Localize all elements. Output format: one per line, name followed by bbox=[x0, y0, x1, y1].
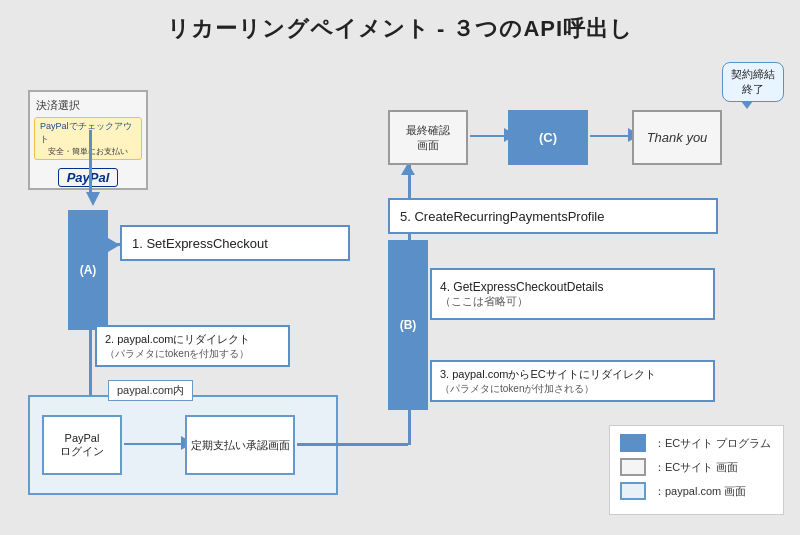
speech-bubble: 契約締結 終了 bbox=[722, 62, 784, 102]
connector-login-approval bbox=[124, 443, 184, 445]
speech-bubble-line2: 終了 bbox=[742, 83, 764, 95]
step1-box: 1. SetExpressCheckout bbox=[120, 225, 350, 261]
connector-payment-to-a bbox=[89, 130, 92, 192]
arrow-payment-to-a bbox=[86, 192, 100, 206]
step4-line1: 4. GetExpressCheckoutDetails bbox=[440, 280, 603, 294]
connector-c-ty bbox=[590, 135, 630, 137]
step2-line1: 2. paypal.comにリダイレクト bbox=[105, 332, 250, 347]
block-a: (A) bbox=[68, 210, 108, 330]
connector-fc-c bbox=[470, 135, 506, 137]
connector-a-bottom bbox=[89, 328, 92, 396]
legend-box: ：ECサイト プログラム ：ECサイト 画面 ：paypal.com 画面 bbox=[609, 425, 784, 515]
final-confirm-label: 最終確認 画面 bbox=[406, 123, 450, 153]
speech-bubble-line1: 契約締結 bbox=[731, 68, 775, 80]
step2-box: 2. paypal.comにリダイレクト （パラメタにtokenを付加する） bbox=[95, 325, 290, 367]
paypal-inner-label: paypal.com内 bbox=[108, 380, 193, 401]
legend-blue-box-icon bbox=[620, 482, 646, 500]
step2-line2: （パラメタにtokenを付加する） bbox=[105, 347, 249, 361]
paypal-logo: PayPal bbox=[58, 168, 119, 187]
step5-box: 5. CreateRecurringPaymentsProfile bbox=[388, 198, 718, 234]
paypal-checkout-badge: PayPalでチェックアウト 安全・簡単にお支払い bbox=[34, 117, 142, 160]
paypal-login-line1: PayPal bbox=[65, 432, 100, 444]
legend-ec-screen-label: ：ECサイト 画面 bbox=[654, 460, 738, 475]
paypal-login-box: PayPal ログイン bbox=[42, 415, 122, 475]
final-confirm-box: 最終確認 画面 bbox=[388, 110, 468, 165]
paypal-checkout-top: PayPalでチェックアウト bbox=[40, 120, 136, 146]
step3-box: 3. paypal.comからECサイトにリダイレクト （パラメタにtokenが… bbox=[430, 360, 715, 402]
page-title: リカーリングペイメント - ３つのAPI呼出し bbox=[0, 0, 800, 44]
arrow-b-step3 bbox=[416, 377, 428, 391]
payment-select-box: 決済選択 PayPalでチェックアウト 安全・簡単にお支払い PayPal bbox=[28, 90, 148, 190]
step3-line2: （パラメタにtokenが付加される） bbox=[440, 382, 594, 396]
arrow-a-step1 bbox=[108, 238, 120, 252]
legend-ec-program-label: ：ECサイト プログラム bbox=[654, 436, 771, 451]
legend-blue-block-icon bbox=[620, 434, 646, 452]
step4-line2: （ここは省略可） bbox=[440, 294, 528, 309]
thankyou-box: Thank you bbox=[632, 110, 722, 165]
approval-box: 定期支払い承認画面 bbox=[185, 415, 295, 475]
connector-approval-b-h bbox=[297, 443, 408, 446]
paypal-login-line2: ログイン bbox=[60, 444, 104, 459]
block-c: (C) bbox=[508, 110, 588, 165]
legend-ec-program: ：ECサイト プログラム bbox=[620, 434, 773, 452]
legend-gray-box-icon bbox=[620, 458, 646, 476]
thankyou-label: Thank you bbox=[647, 130, 708, 145]
approval-label: 定期支払い承認画面 bbox=[191, 438, 290, 453]
step4-box: 4. GetExpressCheckoutDetails （ここは省略可） bbox=[430, 268, 715, 320]
paypal-checkout-sub: 安全・簡単にお支払い bbox=[48, 146, 128, 157]
legend-ec-screen: ：ECサイト 画面 bbox=[620, 458, 773, 476]
legend-paypal-screen: ：paypal.com 画面 bbox=[620, 482, 773, 500]
step3-line1: 3. paypal.comからECサイトにリダイレクト bbox=[440, 367, 656, 382]
legend-paypal-screen-label: ：paypal.com 画面 bbox=[654, 484, 746, 499]
step1-label: 1. SetExpressCheckout bbox=[132, 236, 268, 251]
arrow-b-step4 bbox=[416, 290, 428, 304]
main-container: リカーリングペイメント - ３つのAPI呼出し 契約締結 終了 決済選択 Pay… bbox=[0, 0, 800, 535]
step5-label: 5. CreateRecurringPaymentsProfile bbox=[400, 209, 604, 224]
payment-select-label: 決済選択 bbox=[34, 98, 80, 113]
